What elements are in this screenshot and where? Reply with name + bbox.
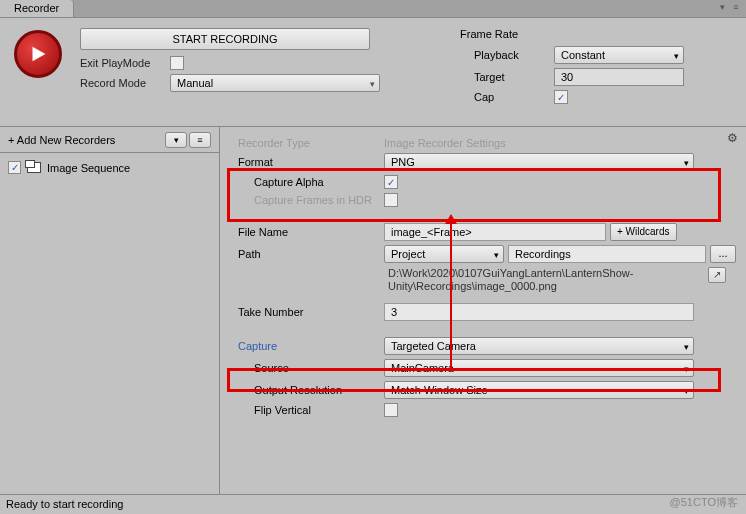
settings-gear-icon[interactable]: ⚙ <box>727 131 738 145</box>
recorder-menu-button[interactable]: ≡ <box>189 132 211 148</box>
source-dropdown[interactable]: MainCamera <box>384 359 694 377</box>
output-resolution-label: Output Resolution <box>234 384 384 396</box>
add-recorder-button[interactable]: ▾ <box>165 132 187 148</box>
capture-hdr-label: Capture Frames in HDR <box>234 194 384 206</box>
recorder-type-label: Recorder Type <box>234 137 384 149</box>
full-path-text: D:\Work\2020\0107GuiYangLantern\LanternS… <box>234 267 736 293</box>
sidebar: + Add New Recorders ▾ ≡ ✓ Image Sequence <box>0 127 220 514</box>
capture-alpha-label: Capture Alpha <box>234 176 384 188</box>
record-mode-label: Record Mode <box>80 77 170 89</box>
capture-hdr-checkbox <box>384 193 398 207</box>
output-resolution-dropdown[interactable]: Match Window Size <box>384 381 694 399</box>
top-panel: START RECORDING Exit PlayMode Record Mod… <box>0 18 746 127</box>
tab-recorder[interactable]: Recorder <box>0 0 74 17</box>
start-recording-button[interactable]: START RECORDING <box>80 28 370 50</box>
add-recorders-label: + Add New Recorders <box>8 134 163 146</box>
playback-dropdown[interactable]: Constant <box>554 46 684 64</box>
target-input[interactable]: 30 <box>554 68 684 86</box>
record-mode-dropdown[interactable]: Manual <box>170 74 380 92</box>
capture-label: Capture <box>234 340 384 352</box>
window-controls: ▾ ≡ <box>712 0 746 17</box>
playback-label: Playback <box>474 49 554 61</box>
take-number-input[interactable]: 3 <box>384 303 694 321</box>
path-label: Path <box>234 248 384 260</box>
recorder-list-item[interactable]: ✓ Image Sequence <box>4 159 215 176</box>
recorder-item-label: Image Sequence <box>47 162 130 174</box>
image-sequence-icon <box>27 162 41 173</box>
menu-icon[interactable]: ≡ <box>730 2 742 12</box>
record-button[interactable] <box>14 30 62 78</box>
filename-label: File Name <box>234 226 384 238</box>
cap-label: Cap <box>474 91 554 103</box>
watermark: @51CTO博客 <box>670 495 738 510</box>
dock-icon[interactable]: ▾ <box>716 2 728 12</box>
path-input[interactable]: Recordings <box>508 245 706 263</box>
filename-input[interactable]: image_<Frame> <box>384 223 606 241</box>
flip-vertical-label: Flip Vertical <box>234 404 384 416</box>
format-dropdown[interactable]: PNG <box>384 153 694 171</box>
cap-checkbox[interactable]: ✓ <box>554 90 568 104</box>
capture-dropdown[interactable]: Targeted Camera <box>384 337 694 355</box>
framerate-title: Frame Rate <box>460 28 684 40</box>
flip-vertical-checkbox[interactable] <box>384 403 398 417</box>
settings-panel: ⚙ Recorder Type Image Recorder Settings … <box>220 127 746 514</box>
exit-playmode-checkbox[interactable] <box>170 56 184 70</box>
wildcards-button[interactable]: + Wildcards <box>610 223 677 241</box>
take-number-label: Take Number <box>234 306 384 318</box>
exit-playmode-label: Exit PlayMode <box>80 57 170 69</box>
source-label: Source <box>234 362 384 374</box>
path-scope-dropdown[interactable]: Project <box>384 245 504 263</box>
recorder-type-value: Image Recorder Settings <box>384 137 506 149</box>
browse-button[interactable]: ... <box>710 245 736 263</box>
open-folder-button[interactable]: ↗ <box>708 267 726 283</box>
tab-bar: Recorder ▾ ≡ <box>0 0 746 18</box>
capture-alpha-checkbox[interactable]: ✓ <box>384 175 398 189</box>
status-bar: Ready to start recording <box>0 494 746 514</box>
format-label: Format <box>234 156 384 168</box>
recorder-enabled-checkbox[interactable]: ✓ <box>8 161 21 174</box>
target-label: Target <box>474 71 554 83</box>
